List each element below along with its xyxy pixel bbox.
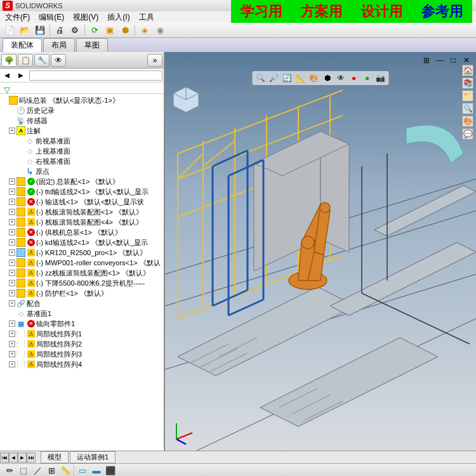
palette-icon[interactable]: 🎨 (462, 116, 473, 127)
line-icon[interactable]: ／ (32, 465, 43, 477)
tab-expand-icon[interactable]: » (147, 54, 162, 67)
tree-item[interactable]: +⚠(-) 下降5500-800米6.2提升机型----- (0, 278, 164, 288)
resources-icon[interactable]: 🏠 (462, 65, 473, 76)
tree-item[interactable]: +⚠(-) KR120_R2500_pro<1> 《默认》 (0, 248, 164, 258)
tab-feature-tree-icon[interactable]: 🌳 (1, 54, 17, 67)
rebuild-icon[interactable]: ⟳ (89, 25, 100, 36)
tree-plane[interactable]: ◇基准面1 (0, 308, 164, 319)
tree-sensors[interactable]: 📡传感器 (0, 116, 164, 126)
expand-icon[interactable]: + (9, 209, 15, 215)
tool-icon[interactable]: ◉ (154, 25, 166, 36)
display-style-icon[interactable]: 🎨 (308, 72, 320, 84)
tree-origin[interactable]: ↳原点 (0, 166, 164, 176)
expand-icon[interactable]: + (9, 249, 15, 256)
tree-plane-front[interactable]: ◇前视基准面 (0, 136, 164, 146)
tree-annotations[interactable]: +A注解 (0, 126, 164, 136)
expand-icon[interactable]: + (9, 199, 15, 205)
tree-root[interactable]: 码垛总装 《默认<显示状态-1>》 (0, 95, 164, 105)
triad-icon[interactable] (170, 420, 195, 446)
rotate-icon[interactable]: 🔄 (282, 72, 293, 84)
explorer-icon[interactable]: 📁 (462, 90, 473, 102)
tree-item[interactable]: +✕(-) 输送线<1> 《默认<默认_显示状 (0, 197, 164, 207)
menu-tools[interactable]: 工具 (139, 12, 154, 23)
view2-icon[interactable]: ▬ (91, 465, 102, 477)
render-icon[interactable]: 📷 (375, 72, 387, 84)
expand-icon[interactable]: + (9, 321, 15, 327)
expand-icon[interactable]: + (9, 290, 15, 296)
expand-icon[interactable]: + (9, 239, 15, 246)
expand-icon[interactable]: + (9, 219, 15, 225)
print-icon[interactable]: 🖨 (54, 25, 65, 36)
select-icon[interactable]: ⬚ (18, 465, 29, 477)
tree-item[interactable]: +✓(固定) 总装配<1> 《默认》 (0, 176, 164, 187)
tab-assembly[interactable]: 装配体 (3, 38, 42, 52)
grid-icon[interactable]: ⊞ (46, 465, 57, 477)
new-icon[interactable]: 📄 (4, 25, 15, 36)
component-icon[interactable]: ▣ (104, 25, 116, 36)
maximize-icon[interactable]: □ (447, 55, 459, 66)
tab-last-icon[interactable]: ⏭ (27, 453, 36, 463)
hide-show-icon[interactable]: 👁 (335, 72, 347, 84)
expand-icon[interactable]: + (9, 270, 15, 276)
orientation-cube[interactable] (170, 84, 202, 116)
zoom-fit-icon[interactable]: 🔍 (255, 72, 267, 84)
menu-insert[interactable]: 插入(I) (107, 12, 129, 23)
sketch-icon[interactable]: ✏ (4, 465, 15, 477)
tab-config-icon[interactable]: 🔧 (34, 54, 50, 67)
search-icon[interactable]: 🔍 (462, 103, 473, 114)
tree-pattern[interactable]: +⋮⋮⚠局部线性阵列1 (0, 329, 164, 339)
expand-icon[interactable]: + (9, 260, 15, 266)
expand-icon[interactable]: + (9, 229, 15, 235)
expand-icon[interactable]: + (9, 128, 15, 134)
tab-property-icon[interactable]: 📋 (18, 54, 33, 67)
zoom-area-icon[interactable]: 🔎 (268, 72, 280, 84)
scene-icon[interactable]: ● (362, 72, 373, 84)
tree-plane-right[interactable]: ◇右视基准面 (0, 156, 164, 166)
tree-mirror[interactable]: +▦✕镜向零部件1 (0, 319, 164, 329)
tab-sketch[interactable]: 草图 (76, 38, 108, 52)
tree-item[interactable]: +⚠(-) 栈板滚筒线装配图<4> 《默认》 (0, 217, 164, 227)
save-icon[interactable]: 💾 (34, 25, 46, 36)
tree-history[interactable]: 🕐历史记录 (0, 105, 164, 116)
assembly-icon[interactable]: ⬢ (119, 25, 131, 36)
tree-mates[interactable]: +🔗配合 (0, 298, 164, 308)
nav-back-icon[interactable]: ◄ (1, 70, 13, 81)
tree-pattern[interactable]: +⋮⋮⚠局部线性阵列4 (0, 359, 164, 369)
forum-icon[interactable]: 💬 (462, 128, 473, 140)
filter-input[interactable] (29, 70, 162, 81)
expand-icon[interactable]: + (9, 188, 15, 195)
view1-icon[interactable]: ▭ (77, 465, 88, 477)
tree-item[interactable]: +✕(-) 供栈机总装<1> 《默认》 (0, 227, 164, 237)
tab-display-icon[interactable]: 👁 (51, 54, 66, 67)
tree-pattern[interactable]: +⋮⋮⚠局部线性阵列3 (0, 349, 164, 359)
view-orient-icon[interactable]: ⬢ (322, 72, 333, 84)
options-icon[interactable]: ⚙ (69, 25, 81, 36)
minimize-icon[interactable]: — (434, 55, 446, 66)
menu-file[interactable]: 文件(F) (5, 12, 30, 23)
tree-item[interactable]: +⚠(-) MWP001-roller conveyors<1> 《默认 (0, 258, 164, 268)
menu-edit[interactable]: 编辑(E) (39, 12, 64, 23)
tree-item[interactable]: +⚠(-) zz栈板滚筒线装配图<1> 《默认》 (0, 268, 164, 278)
view-grid-icon[interactable]: ⊞ (421, 55, 432, 66)
library-icon[interactable]: 📚 (462, 77, 473, 89)
nav-fwd-icon[interactable]: ► (15, 70, 27, 81)
open-icon[interactable]: 📂 (19, 25, 30, 36)
view3-icon[interactable]: ⬛ (105, 465, 116, 477)
feature-tree[interactable]: 码垛总装 《默认<显示状态-1>》 🕐历史记录 📡传感器 +A注解 ◇前视基准面… (0, 94, 164, 451)
appearance-icon[interactable]: ● (348, 72, 360, 84)
section-icon[interactable]: 📐 (295, 72, 307, 84)
tab-first-icon[interactable]: ⏮ (0, 453, 9, 463)
measure-icon[interactable]: 📏 (60, 465, 71, 477)
menu-view[interactable]: 视图(V) (73, 12, 98, 23)
expand-icon[interactable]: + (9, 178, 15, 185)
tree-plane-top[interactable]: ◇上视基准面 (0, 146, 164, 156)
tab-model[interactable]: 模型 (41, 451, 69, 463)
expand-icon[interactable]: + (9, 300, 15, 307)
expand-icon[interactable]: + (9, 280, 15, 286)
tree-pattern[interactable]: +⋮⋮⚠局部线性阵列2 (0, 339, 164, 349)
tab-layout[interactable]: 布局 (43, 38, 75, 52)
tab-prev-icon[interactable]: ◄ (9, 453, 18, 463)
tree-item[interactable]: +✕(-) kd输送线2<1> 《默认<默认_显示 (0, 237, 164, 248)
tool-icon[interactable]: ◈ (139, 25, 150, 36)
3d-viewport[interactable]: ⊞ — □ ✕ 🔍 🔎 🔄 📐 🎨 ⬢ 👁 ● ● 📷 🏠 📚 📁 🔍 🎨 💬 (165, 52, 476, 451)
